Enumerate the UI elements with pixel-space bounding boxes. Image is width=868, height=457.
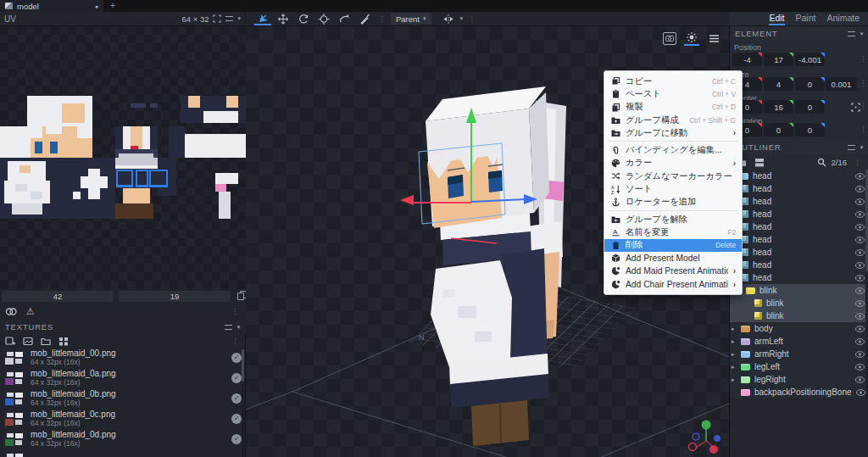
camera-icon[interactable] xyxy=(663,32,676,45)
texture-item[interactable] xyxy=(0,449,246,457)
chevron-right-icon[interactable]: ▸ xyxy=(732,373,738,386)
visibility-eye-icon[interactable] xyxy=(855,287,865,294)
knife-tool[interactable] xyxy=(356,12,373,25)
visibility-eye-icon[interactable] xyxy=(855,211,865,218)
menu-item-sort[interactable]: AZ ソート xyxy=(604,182,742,195)
panel-menu-icon[interactable] xyxy=(848,145,855,150)
menu-item-ungroup[interactable]: グループを解除 xyxy=(604,213,742,226)
menu-item-random-marker-color[interactable]: ランダムなマーカーカラー xyxy=(604,170,742,182)
outliner-cube-head[interactable]: head xyxy=(730,246,868,259)
outliner-cube-head[interactable]: head xyxy=(730,271,868,284)
texture-enabled-icon[interactable]: ✓ xyxy=(231,434,242,444)
menu-item-add-maid-present-animation-group[interactable]: Add Maid Present Animation Group › xyxy=(604,265,742,277)
rotate-tool[interactable] xyxy=(295,12,312,25)
outliner-cube-head[interactable]: head xyxy=(730,195,868,208)
create-texture-icon[interactable] xyxy=(23,337,33,346)
texture-item[interactable]: mob_littlemaid_00.png64 x 32px (16x) ✓ xyxy=(0,348,246,368)
center-y-field[interactable] xyxy=(764,100,793,114)
tab-paint[interactable]: Paint xyxy=(796,12,816,25)
import-texture-icon[interactable] xyxy=(5,337,15,346)
menu-item-copy[interactable]: コピー Ctrl + C xyxy=(604,75,742,87)
visibility-eye-icon[interactable] xyxy=(855,237,865,243)
rotation-z-field[interactable] xyxy=(795,123,825,137)
texture-grid-icon[interactable] xyxy=(58,337,69,346)
vertex-snap-tool[interactable] xyxy=(336,12,353,25)
pivot-tool[interactable] xyxy=(315,12,332,25)
fullscreen-icon[interactable] xyxy=(213,14,221,23)
tab-model[interactable]: model ● xyxy=(0,0,103,12)
outliner-group-legLeft[interactable]: ▸ legLeft xyxy=(730,360,868,373)
visibility-eye-icon[interactable] xyxy=(855,313,865,320)
outliner-cube-blink[interactable]: blink xyxy=(730,309,868,322)
visibility-eye-icon[interactable] xyxy=(855,326,865,332)
visibility-eye-icon[interactable] xyxy=(856,389,865,396)
outliner-group-head[interactable]: head xyxy=(730,170,868,182)
visibility-eye-icon[interactable] xyxy=(855,262,865,269)
visibility-eye-icon[interactable] xyxy=(855,173,865,180)
mirror-tool[interactable] xyxy=(440,12,457,25)
chevron-down-icon[interactable]: ▾ xyxy=(860,144,864,151)
outliner-group-legRight[interactable]: ▸ legRight xyxy=(730,373,868,386)
visibility-eye-icon[interactable] xyxy=(855,300,865,307)
daylight-toggle[interactable] xyxy=(684,31,699,46)
texture-item[interactable]: mob_littlemaid_0b.png64 x 32px (16x) ✓ xyxy=(0,388,246,409)
outliner-cube-head[interactable]: head xyxy=(730,233,868,246)
viewport-menu-icon[interactable] xyxy=(707,32,721,45)
view-axis-gizmo[interactable] xyxy=(689,421,721,454)
outliner-cube-head[interactable]: head xyxy=(730,208,868,220)
outliner-group-armRight[interactable]: ▸ armRight xyxy=(730,348,868,360)
textures-menu-icon[interactable]: ⋮ xyxy=(230,337,241,345)
row-menu-icon[interactable]: ⋮ xyxy=(860,54,867,63)
outliner-group-body[interactable]: ▸ body xyxy=(730,322,868,335)
chevron-right-icon[interactable]: ▸ xyxy=(732,360,738,373)
menu-item-add-locator[interactable]: ロケーターを追加 xyxy=(604,196,742,209)
texture-item[interactable]: mob_littlemaid_0a.png64 x 32px (16x) ✓ xyxy=(0,368,246,388)
uv-canvas[interactable] xyxy=(0,26,246,289)
visibility-eye-icon[interactable] xyxy=(855,198,865,205)
menu-item-duplicate[interactable]: 複製 Ctrl + D xyxy=(604,101,742,114)
position-z-field[interactable] xyxy=(795,53,825,66)
uv-y-input[interactable] xyxy=(119,291,231,302)
transform-gizmo-tool[interactable] xyxy=(254,12,271,25)
menu-item-move-to-group[interactable]: グループに移動 › xyxy=(604,126,742,139)
visibility-eye-icon[interactable] xyxy=(855,338,865,345)
outliner-cube-head[interactable]: head xyxy=(730,182,868,195)
center-z-field[interactable] xyxy=(795,100,825,114)
rotation-y-field[interactable] xyxy=(764,123,793,137)
menu-item-group[interactable]: グループ構成 Ctrl + Shift + G xyxy=(604,114,742,126)
texture-item[interactable]: mob_littlemaid_0d.png64 x 32px (16x) ✓ xyxy=(0,429,246,449)
menu-item-delete[interactable]: 削除 Delete xyxy=(604,239,742,252)
texture-enabled-icon[interactable]: ✓ xyxy=(231,353,242,363)
texture-item[interactable]: mob_littlemaid_0c.png64 x 32px (16x) ✓ xyxy=(0,409,246,429)
chevron-right-icon[interactable]: ▸ xyxy=(732,322,738,335)
texture-enabled-icon[interactable]: ✓ xyxy=(231,393,242,404)
chevron-down-icon[interactable]: ▾ xyxy=(460,15,464,22)
move-tool[interactable] xyxy=(275,12,292,25)
position-y-field[interactable] xyxy=(764,53,793,66)
visibility-eye-icon[interactable] xyxy=(855,224,865,231)
size-y-field[interactable] xyxy=(764,77,793,91)
row-menu-icon[interactable]: ⋮ xyxy=(860,79,867,87)
outliner-menu-icon[interactable]: ⋮ xyxy=(852,159,863,167)
outliner-group-blink[interactable]: blink xyxy=(730,284,868,297)
visibility-eye-icon[interactable] xyxy=(855,351,865,358)
search-icon[interactable] xyxy=(817,158,826,167)
visibility-eye-icon[interactable] xyxy=(855,186,865,192)
inflate-field[interactable] xyxy=(826,77,857,91)
position-x-field[interactable] xyxy=(732,53,762,66)
row-menu-icon[interactable]: ⋮ xyxy=(860,102,867,110)
outliner-group-backpackPositioningBone[interactable]: backpackPositioningBone xyxy=(730,386,868,398)
uv-toolbar-menu-icon[interactable]: ⋮ xyxy=(230,307,241,315)
menu-item-edit-bindings[interactable]: バインディングを編集... xyxy=(604,143,742,156)
menu-item-rename[interactable]: A 名前を変更 F2 xyxy=(604,226,742,238)
texture-folder-icon[interactable] xyxy=(41,337,51,346)
panel-menu-icon[interactable] xyxy=(848,31,855,36)
texture-enabled-icon[interactable]: ✓ xyxy=(231,414,242,424)
tab-animate[interactable]: Animate xyxy=(826,12,860,25)
outliner-view-icon[interactable] xyxy=(754,158,765,167)
copy-uv-icon[interactable] xyxy=(237,291,244,301)
visibility-eye-icon[interactable] xyxy=(855,364,865,371)
chevron-down-icon[interactable]: ▾ xyxy=(237,15,241,22)
row-menu-icon[interactable]: ⋮ xyxy=(860,125,867,133)
menu-item-add-chair-present-animation-group[interactable]: Add Chair Present Animation Group › xyxy=(604,277,742,290)
